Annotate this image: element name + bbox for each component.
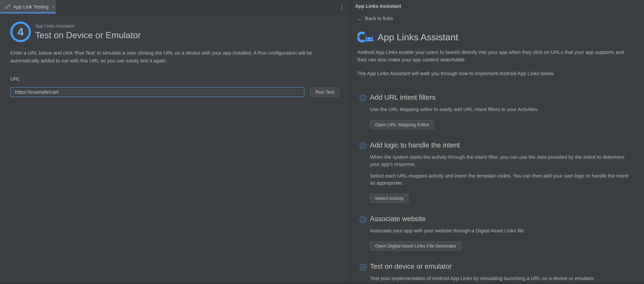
close-icon[interactable]: × — [52, 4, 55, 9]
step-paragraph: Associate your app with your website thr… — [370, 227, 634, 234]
assistant-intro-1: Android App Links enable your users to l… — [357, 48, 634, 63]
assistant-step: 4 Test on device or emulator Test your i… — [357, 263, 634, 284]
step-action-button[interactable]: Select Activity — [370, 194, 409, 203]
assistant-steps: 1 Add URL intent filters Use the URL Map… — [357, 93, 634, 284]
editor-pane: App Link Testing × ⋮ 4 App Links Assista… — [0, 0, 350, 284]
assistant-title: App Links Assistant — [378, 32, 458, 42]
section-divider — [350, 85, 644, 85]
assistant-panel-title: App Links Assistant — [355, 3, 401, 9]
app-links-assistant-icon — [357, 31, 374, 42]
editor-description: Enter a URL below and click 'Run Test' t… — [10, 49, 340, 64]
run-test-button[interactable]: Run Test — [310, 87, 340, 97]
step-title: Add URL intent filters — [370, 93, 634, 101]
step-title: Associate website — [370, 215, 634, 223]
editor-content: 4 App Links Assistant Test on Device or … — [0, 14, 350, 97]
assistant-step: 3 Associate website Associate your app w… — [357, 215, 634, 263]
step-number-icon: 1 — [360, 95, 366, 101]
tab-active-underline — [0, 12, 56, 13]
step-title: Add logic to handle the intent — [370, 141, 634, 149]
step-action-button[interactable]: Open URL Mapping Editor — [370, 120, 434, 129]
step-paragraphs: Use the URL Mapping editor to easily add… — [370, 106, 634, 113]
assistant-pane: App Links Assistant ← Back to links App … — [350, 0, 644, 284]
tab-label: App Link Testing — [13, 4, 48, 10]
assistant-intro-2: The App Links Assistant will walk you th… — [357, 70, 634, 77]
step4-header: 4 App Links Assistant Test on Device or … — [10, 21, 340, 42]
step-title: Test on device or emulator — [370, 263, 634, 271]
assistant-step: 2 Add logic to handle the intent When th… — [357, 141, 634, 215]
step-action-button[interactable]: Open Digital Asset Links File Generator — [370, 242, 461, 251]
step-number-icon: 3 — [360, 216, 366, 223]
link-icon — [4, 4, 10, 10]
step-paragraphs: When the system starts the activity thro… — [370, 153, 634, 187]
url-input[interactable] — [10, 87, 304, 97]
kebab-menu-icon[interactable]: ⋮ — [334, 3, 350, 10]
assistant-panel-header: App Links Assistant — [350, 0, 644, 12]
back-link-label: Back to links — [365, 15, 393, 21]
step-paragraph: When the system starts the activity thro… — [370, 153, 634, 168]
eyebrow-label: App Links Assistant — [35, 23, 141, 29]
step-paragraph: Use the URL Mapping editor to easily add… — [370, 106, 634, 113]
assistant-body: App Links Assistant Android App Links en… — [350, 24, 644, 284]
page-title: Test on Device or Emulator — [35, 30, 141, 40]
step-paragraphs: Test your implementation of Android App … — [370, 275, 634, 282]
step-number-badge: 4 — [10, 21, 31, 42]
back-arrow-icon: ← — [357, 15, 362, 22]
step-number-icon: 4 — [360, 264, 366, 271]
step-paragraph: Select each URL-mapped activity and inse… — [370, 172, 634, 187]
assistant-step: 1 Add URL intent filters Use the URL Map… — [357, 93, 634, 141]
back-to-links[interactable]: ← Back to links — [350, 12, 644, 24]
tab-app-link-testing[interactable]: App Link Testing × — [0, 0, 56, 13]
editor-tab-bar: App Link Testing × ⋮ — [0, 0, 350, 14]
step-number-icon: 2 — [360, 142, 366, 149]
android-head-icon — [365, 36, 374, 41]
window-bottom-edge — [0, 282, 644, 284]
step-paragraphs: Associate your app with your website thr… — [370, 227, 634, 234]
url-label: URL — [10, 76, 340, 82]
step-paragraph: Test your implementation of Android App … — [370, 275, 634, 282]
